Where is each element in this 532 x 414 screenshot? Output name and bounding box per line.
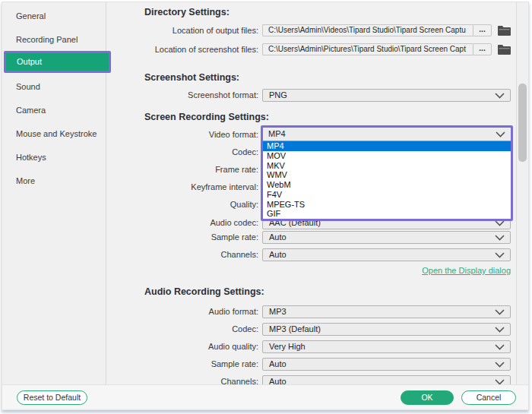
option-wmv[interactable]: WMV <box>263 170 511 180</box>
chevron-down-icon <box>495 327 505 333</box>
audio-codec2-select[interactable]: MP3 (Default) <box>262 323 511 336</box>
audio-sample-rate-label: Sample rate: <box>116 358 258 371</box>
video-format-options: MP4 MOV MKV WMV WebM F4V MPEG-TS GIF <box>263 141 511 219</box>
scrollbar-thumb[interactable] <box>518 84 527 162</box>
option-mpeg-ts[interactable]: MPEG-TS <box>263 200 511 210</box>
sidebar-item-mouse-and-keystroke[interactable]: Mouse and Keystroke <box>2 122 106 146</box>
video-format-dropdown: MP4 MP4 MOV MKV WMV WebM F4V MPEG-TS GIF <box>261 125 513 221</box>
folder-icon <box>498 44 511 55</box>
sidebar-item-hotkeys[interactable]: Hotkeys <box>2 146 106 169</box>
audio-format-select[interactable]: MP3 <box>262 305 511 318</box>
channels-label: Channels: <box>116 248 258 261</box>
sidebar-item-sound[interactable]: Sound <box>2 75 106 99</box>
keyframe-interval-label: Keyframe interval: <box>116 181 258 194</box>
settings-window: General Recording Panel Output Sound Cam… <box>2 2 529 410</box>
settings-content: Directory Settings: Location of output f… <box>107 2 518 386</box>
chevron-down-icon <box>495 252 505 258</box>
audio-format-value: MP3 <box>269 307 287 316</box>
chevron-down-icon <box>495 309 505 315</box>
screenshot-files-browse-button[interactable]: ... <box>473 43 492 55</box>
sample-rate-label: Sample rate: <box>116 231 258 244</box>
channels-value: Auto <box>269 250 287 259</box>
sample-rate-select[interactable]: Auto <box>262 231 511 244</box>
sidebar-item-general[interactable]: General <box>2 5 106 28</box>
screenshot-settings-heading: Screenshot Settings: <box>144 72 239 83</box>
screenshot-files-label: Location of screenshot files: <box>116 43 258 56</box>
audio-format-label: Audio format: <box>116 305 258 318</box>
codec-label: Codec: <box>116 146 258 159</box>
audio-quality-value: Very High <box>269 342 306 351</box>
option-mp4[interactable]: MP4 <box>263 141 511 151</box>
chevron-down-icon <box>495 362 505 368</box>
reset-to-default-button[interactable]: Reset to Default <box>17 390 87 405</box>
sidebar-item-output[interactable]: Output <box>4 51 111 73</box>
option-mov[interactable]: MOV <box>263 151 511 161</box>
chevron-down-icon <box>496 131 505 137</box>
cancel-button[interactable]: Cancel <box>461 390 516 405</box>
ok-button[interactable]: OK <box>401 390 454 405</box>
option-mkv[interactable]: MKV <box>263 161 511 171</box>
audio-codec2-label: Codec: <box>116 323 258 336</box>
chevron-down-icon <box>495 93 505 99</box>
screen-recording-settings-heading: Screen Recording Settings: <box>144 112 269 122</box>
dialog-footer: Reset to Default OK Cancel <box>2 384 528 409</box>
option-f4v[interactable]: F4V <box>263 190 511 200</box>
option-webm[interactable]: WebM <box>263 180 511 190</box>
screenshot-format-label: Screenshot format: <box>116 89 258 102</box>
screenshot-format-select[interactable]: PNG <box>262 89 511 102</box>
video-format-value: MP4 <box>268 129 286 138</box>
audio-quality-label: Audio quality: <box>116 340 258 353</box>
sidebar: General Recording Panel Output Sound Cam… <box>2 2 106 386</box>
video-format-label: Video format: <box>116 128 258 141</box>
sample-rate-value: Auto <box>269 232 287 242</box>
screenshot-files-folder-button[interactable] <box>496 43 511 55</box>
output-files-browse-button[interactable]: ... <box>473 24 492 36</box>
audio-sample-rate-select[interactable]: Auto <box>262 358 511 371</box>
output-files-folder-button[interactable] <box>496 24 511 36</box>
audio-codec2-value: MP3 (Default) <box>269 324 321 333</box>
chevron-down-icon <box>495 344 505 350</box>
video-format-select[interactable]: MP4 <box>263 128 511 141</box>
directory-settings-heading: Directory Settings: <box>144 7 230 17</box>
sidebar-item-more[interactable]: More <box>2 169 106 193</box>
chevron-down-icon <box>495 235 505 241</box>
screenshot-files-path-field[interactable]: C:\Users\Admin\Pictures\Tipard Studio\Ti… <box>262 43 473 55</box>
settings-dialog: General Recording Panel Output Sound Cam… <box>0 0 532 414</box>
folder-icon <box>498 25 511 36</box>
screenshot-files-row: C:\Users\Admin\Pictures\Tipard Studio\Ti… <box>262 43 511 55</box>
screenshot-format-value: PNG <box>269 90 287 100</box>
output-files-label: Location of output files: <box>116 24 258 37</box>
sidebar-item-recording-panel[interactable]: Recording Panel <box>2 28 106 52</box>
audio-codec-label: Audio codec: <box>116 216 258 229</box>
output-files-row: C:\Users\Admin\Videos\Tipard Studio\Tipa… <box>262 24 511 36</box>
audio-recording-settings-heading: Audio Recording Settings: <box>144 286 264 297</box>
chevron-down-icon <box>495 220 505 226</box>
channels-select[interactable]: Auto <box>262 248 511 261</box>
frame-rate-label: Frame rate: <box>116 163 258 176</box>
audio-sample-rate-value: Auto <box>269 359 287 368</box>
sidebar-item-camera[interactable]: Camera <box>2 99 106 122</box>
audio-quality-select[interactable]: Very High <box>262 340 511 353</box>
option-gif[interactable]: GIF <box>263 209 511 219</box>
output-files-path-field[interactable]: C:\Users\Admin\Videos\Tipard Studio\Tipa… <box>262 24 473 36</box>
quality-label: Quality: <box>116 198 258 211</box>
open-display-dialog-link[interactable]: Open the Display dialog <box>262 266 511 275</box>
vertical-scrollbar[interactable] <box>516 2 528 386</box>
